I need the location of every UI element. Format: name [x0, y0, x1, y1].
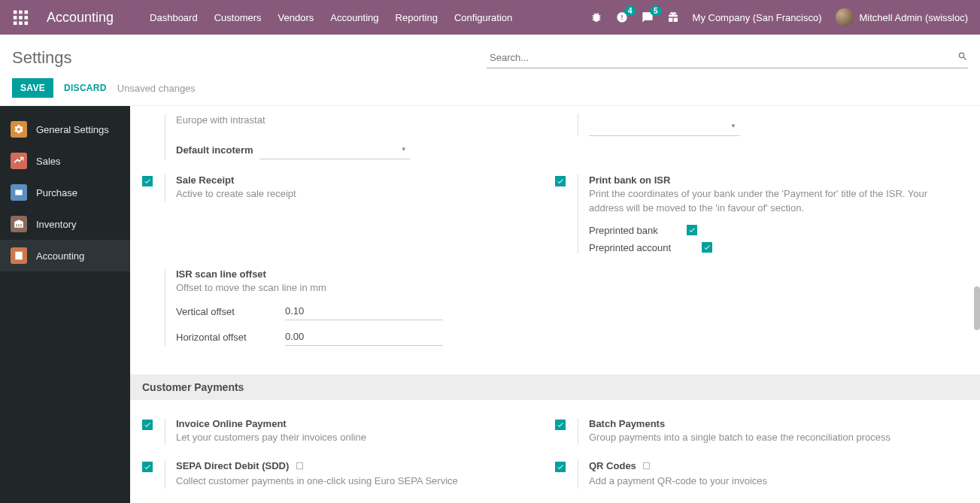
preprinted-account-checkbox[interactable] — [702, 242, 712, 253]
svg-rect-3 — [14, 16, 17, 20]
sale-receipt-title: Sale Receipt — [176, 174, 540, 186]
nav-menus: Dashboard Customers Vendors Accounting R… — [150, 12, 512, 23]
svg-rect-17 — [644, 462, 650, 469]
search-icon[interactable] — [957, 51, 968, 64]
svg-rect-1 — [19, 11, 23, 14]
building-icon — [642, 461, 651, 473]
qr-codes-title: QR Codes — [589, 460, 953, 473]
menu-vendors[interactable]: Vendors — [278, 12, 314, 23]
sale-receipt-checkbox[interactable] — [142, 176, 153, 186]
control-panel: Settings — [0, 35, 980, 74]
sidebar-item-inventory[interactable]: Inventory — [0, 208, 130, 240]
activity-icon[interactable]: 4 — [616, 11, 628, 23]
sidebar-item-accounting[interactable]: Accounting — [0, 240, 130, 271]
sidebar-item-sales[interactable]: Sales — [0, 145, 130, 177]
messaging-icon[interactable]: 5 — [642, 11, 654, 23]
menu-configuration[interactable]: Configuration — [454, 12, 512, 23]
purchase-icon — [11, 184, 27, 201]
default-incoterm-select[interactable] — [259, 141, 410, 159]
gear-icon — [11, 121, 27, 138]
settings-content[interactable]: Europe with intrastat Default incoterm — [130, 106, 980, 503]
svg-rect-10 — [297, 462, 303, 469]
svg-rect-9 — [15, 190, 22, 195]
inventory-icon — [11, 216, 27, 232]
invoice-online-desc: Let your customers pay their invoices on… — [176, 431, 540, 445]
unsaved-label: Unsaved changes — [117, 83, 196, 94]
isr-offset-desc: Offset to move the scan line in mm — [176, 281, 540, 295]
app-brand[interactable]: Accounting — [47, 10, 114, 26]
svg-rect-7 — [19, 22, 23, 26]
main-layout: General Settings Sales Purchase Inventor… — [0, 105, 980, 503]
sale-receipt-desc: Active to create sale receipt — [176, 187, 540, 202]
messaging-badge: 5 — [650, 6, 662, 16]
chart-icon — [11, 153, 27, 169]
sidebar-item-purchase[interactable]: Purchase — [0, 177, 130, 208]
horizontal-offset-input[interactable] — [285, 328, 443, 346]
svg-rect-2 — [25, 11, 29, 14]
building-icon — [295, 461, 305, 473]
sidebar-item-label: Accounting — [36, 250, 84, 262]
svg-rect-5 — [25, 16, 29, 20]
bug-icon[interactable] — [590, 11, 602, 23]
sidebar-item-label: Sales — [36, 156, 61, 167]
qr-codes-checkbox[interactable] — [555, 462, 566, 472]
save-bar: SAVE DISCARD Unsaved changes — [0, 74, 980, 105]
search-wrap — [487, 47, 968, 68]
svg-rect-0 — [14, 11, 17, 14]
sepa-dd-desc: Collect customer payments in one-click u… — [176, 474, 540, 489]
batch-payments-desc: Group payments into a single batch to ea… — [589, 431, 953, 445]
top-right: 4 5 My Company (San Francisco) Mitchell … — [590, 8, 968, 26]
batch-payments-checkbox[interactable] — [555, 420, 566, 430]
save-button[interactable]: SAVE — [12, 78, 53, 98]
sidebar-item-general-settings[interactable]: General Settings — [0, 114, 130, 145]
settings-sidebar: General Settings Sales Purchase Inventor… — [0, 106, 130, 503]
gift-icon[interactable] — [667, 11, 679, 23]
scrollbar-thumb[interactable] — [974, 286, 980, 330]
isr-offset-title: ISR scan line offset — [176, 268, 540, 280]
menu-customers[interactable]: Customers — [214, 12, 262, 23]
company-selector[interactable]: My Company (San Francisco) — [693, 12, 822, 23]
menu-reporting[interactable]: Reporting — [396, 12, 438, 23]
preprinted-bank-checkbox[interactable] — [687, 225, 697, 235]
horizontal-offset-label: Horizontal offset — [176, 332, 262, 343]
print-bank-isr-checkbox[interactable] — [555, 176, 566, 186]
svg-rect-8 — [25, 22, 29, 26]
sepa-dd-checkbox[interactable] — [142, 462, 153, 472]
sidebar-item-label: General Settings — [36, 124, 109, 135]
sidebar-item-label: Purchase — [36, 187, 77, 198]
top-nav: Accounting Dashboard Customers Vendors A… — [0, 0, 980, 35]
print-bank-isr-title: Print bank on ISR — [589, 174, 953, 186]
vertical-offset-label: Vertical offset — [176, 306, 262, 317]
default-incoterm-label: Default incoterm — [176, 144, 253, 156]
sidebar-item-label: Inventory — [36, 219, 76, 230]
avatar — [836, 8, 854, 26]
menu-dashboard[interactable]: Dashboard — [150, 12, 198, 23]
svg-rect-4 — [19, 16, 23, 20]
user-menu[interactable]: Mitchell Admin (swissloc) — [836, 8, 968, 26]
page-title: Settings — [12, 48, 72, 68]
invoice-online-title: Invoice Online Payment — [176, 418, 540, 429]
section-customer-payments: Customer Payments — [130, 374, 980, 400]
search-input[interactable] — [487, 47, 957, 68]
preprinted-bank-label: Preprinted bank — [589, 225, 672, 236]
vertical-offset-input[interactable] — [285, 302, 443, 320]
discard-button[interactable]: DISCARD — [64, 83, 107, 93]
preprinted-account-label: Preprinted account — [589, 242, 687, 253]
user-name: Mitchell Admin (swissloc) — [860, 12, 968, 23]
svg-rect-6 — [14, 22, 17, 26]
qr-codes-desc: Add a payment QR-code to your invoices — [589, 474, 953, 489]
print-bank-isr-desc: Print the coordinates of your bank under… — [589, 187, 953, 216]
intrastat-desc: Europe with intrastat — [176, 114, 540, 128]
accounting-icon — [11, 247, 27, 264]
batch-payments-title: Batch Payments — [589, 418, 953, 429]
sepa-dd-title: SEPA Direct Debit (SDD) — [176, 460, 540, 473]
apps-icon[interactable] — [12, 9, 29, 26]
invoice-online-payment-checkbox[interactable] — [142, 420, 153, 430]
menu-accounting[interactable]: Accounting — [330, 12, 378, 23]
right-top-select[interactable] — [589, 118, 739, 136]
activity-badge: 4 — [624, 6, 636, 16]
